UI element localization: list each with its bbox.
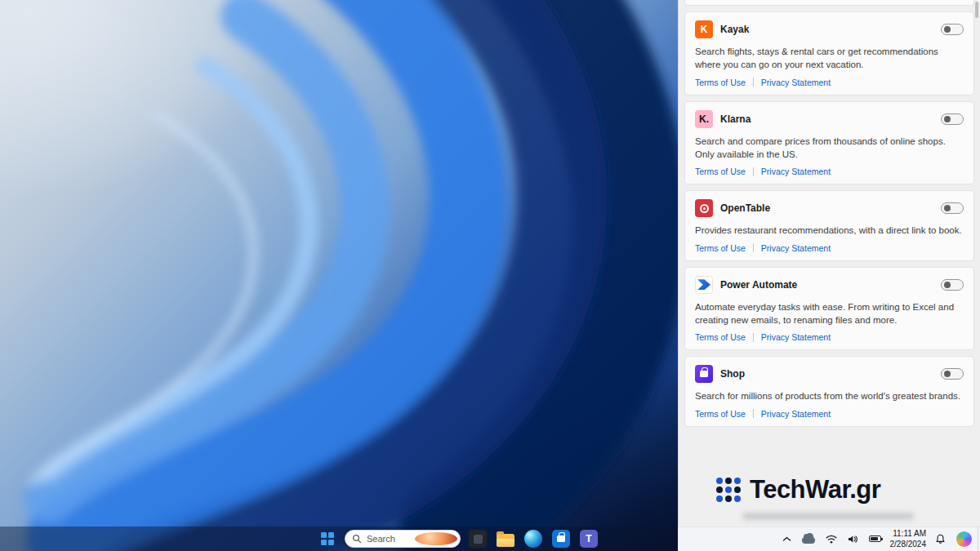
search-label: Search (367, 534, 410, 544)
plugin-name: OpenTable (720, 202, 770, 214)
toggle-knob (944, 26, 951, 33)
start-button[interactable] (317, 528, 338, 549)
link-divider (753, 333, 754, 342)
tray-time: 11:11 AM (890, 528, 927, 539)
privacy-statement-link[interactable]: Privacy Statement (761, 167, 831, 176)
plugin-name: Kayak (720, 24, 749, 35)
terms-of-use-link[interactable]: Terms of Use (695, 78, 746, 87)
file-explorer-button[interactable] (495, 528, 516, 549)
shop-icon (695, 365, 713, 383)
techwar-watermark: TechWar.gr (716, 475, 880, 504)
toggle-knob (944, 116, 951, 122)
klarna-icon: K. (695, 110, 713, 128)
watermark-blur-text (742, 513, 914, 520)
onedrive-cloud-icon (802, 537, 815, 544)
tray-clock[interactable]: 11:11 AM 2/28/2024 (890, 528, 927, 549)
terms-of-use-link[interactable]: Terms of Use (695, 167, 746, 176)
network-button[interactable] (824, 529, 839, 549)
speaker-icon (848, 535, 858, 544)
taskbar-center-icons: Search T (317, 527, 599, 551)
volume-button[interactable] (846, 529, 860, 549)
tray-date: 2/28/2024 (890, 539, 927, 549)
power-automate-toggle[interactable] (941, 279, 964, 291)
plugin-card-shop: Shop Search for millions of products fro… (684, 356, 974, 426)
kayak-icon: K (695, 20, 713, 38)
desktop-screen: K Kayak Search flights, stays & rental c… (0, 0, 980, 551)
folder-icon (497, 534, 514, 547)
plugin-description: Provides restaurant recommendations, wit… (695, 224, 964, 237)
plugin-description: Search flights, stays & rental cars or g… (695, 45, 964, 72)
system-tray: 11:11 AM 2/28/2024 (781, 527, 974, 551)
terms-of-use-link[interactable]: Terms of Use (695, 243, 746, 253)
tray-overflow-button[interactable] (781, 529, 793, 549)
toggle-knob (944, 205, 951, 211)
plugin-name: Power Automate (720, 279, 797, 291)
power-automate-icon (695, 276, 713, 294)
search-highlight-icon (415, 532, 458, 545)
bloom-art (0, 0, 678, 551)
copilot-button[interactable] (955, 529, 973, 549)
edge-icon (524, 530, 542, 548)
chevron-up-icon (782, 536, 791, 542)
plugin-name: Shop (720, 368, 745, 380)
plugin-description: Search and compare prices from thousands… (695, 135, 964, 162)
toggle-knob (944, 282, 951, 288)
techwar-text: TechWar.gr (750, 475, 880, 504)
privacy-statement-link[interactable]: Privacy Statement (761, 78, 831, 87)
teams-button[interactable]: T (578, 528, 599, 549)
plugin-name: Klarna (720, 113, 751, 125)
dark-app-icon (469, 530, 487, 548)
panel-scrollbar[interactable] (975, 2, 978, 18)
wifi-icon (826, 535, 837, 544)
terms-of-use-link[interactable]: Terms of Use (695, 409, 746, 419)
notifications-button[interactable] (933, 529, 947, 549)
search-icon (352, 534, 362, 544)
plugin-description: Automate everyday tasks with ease. From … (695, 300, 964, 327)
windows-logo-icon (321, 532, 334, 545)
shop-toggle[interactable] (941, 368, 964, 380)
battery-icon (869, 535, 881, 542)
klarna-toggle[interactable] (941, 113, 964, 125)
onedrive-button[interactable] (800, 529, 817, 549)
taskbar: Search T (0, 527, 980, 551)
taskbar-search[interactable]: Search (345, 530, 461, 548)
teams-icon: T (580, 530, 598, 548)
terms-of-use-link[interactable]: Terms of Use (695, 332, 746, 342)
opentable-toggle[interactable] (941, 202, 964, 214)
link-divider (753, 409, 754, 418)
link-divider (753, 167, 754, 176)
plugin-card-kayak: K Kayak Search flights, stays & rental c… (684, 11, 974, 96)
copilot-plugins-panel: K Kayak Search flights, stays & rental c… (678, 0, 980, 551)
bell-icon (935, 534, 946, 544)
store-icon (552, 530, 570, 548)
plugin-card-power-automate: Power Automate Automate everyday tasks w… (684, 267, 974, 351)
edge-button[interactable] (523, 528, 544, 549)
copilot-icon (956, 531, 972, 547)
plugin-description: Search for millions of products from the… (695, 389, 964, 402)
plugin-card-partial (684, 0, 974, 6)
toggle-knob (944, 371, 951, 377)
privacy-statement-link[interactable]: Privacy Statement (761, 409, 831, 419)
techwar-dots-icon (716, 478, 741, 502)
kayak-toggle[interactable] (941, 24, 964, 35)
microsoft-store-button[interactable] (550, 528, 572, 549)
opentable-icon (695, 199, 713, 217)
plugin-card-opentable: OpenTable Provides restaurant recommenda… (684, 190, 974, 260)
pinned-app-dark[interactable] (467, 528, 488, 549)
privacy-statement-link[interactable]: Privacy Statement (761, 243, 831, 253)
link-divider (753, 243, 754, 252)
desktop-wallpaper (0, 0, 678, 551)
battery-button[interactable] (867, 529, 883, 549)
privacy-statement-link[interactable]: Privacy Statement (761, 332, 831, 342)
plugin-card-klarna: K. Klarna Search and compare prices from… (684, 101, 974, 185)
link-divider (753, 78, 754, 87)
